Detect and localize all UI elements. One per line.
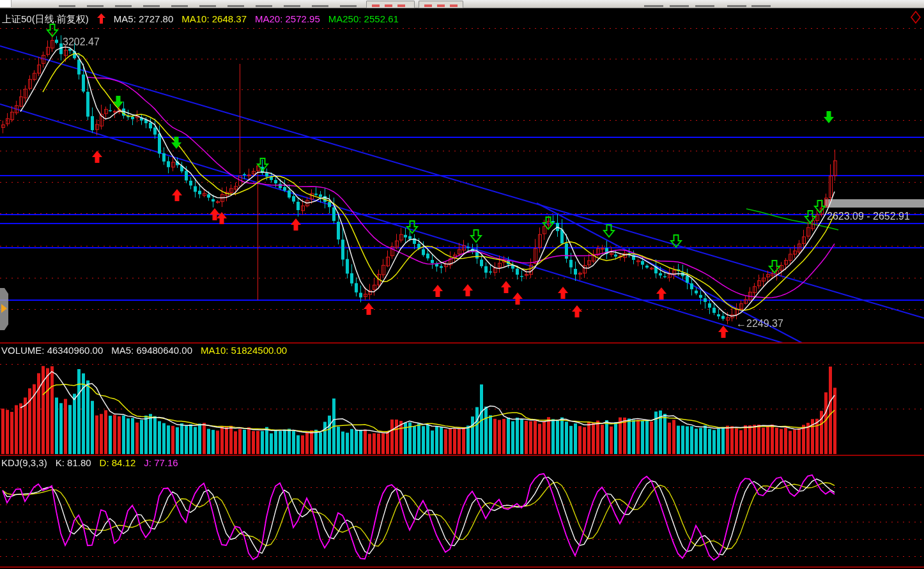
kdj-d-value: D: 84.12 bbox=[100, 457, 136, 468]
kdj-k-value: K: 81.80 bbox=[56, 457, 91, 468]
low-price-label: ←2249.37 bbox=[736, 318, 783, 330]
toolbar-button[interactable] bbox=[419, 1, 463, 8]
toolbar-corner-box bbox=[0, 0, 12, 7]
ma20-value: MA20: 2572.95 bbox=[255, 13, 320, 26]
toolbar-button[interactable] bbox=[366, 1, 415, 8]
kdj-title: KDJ(9,3,3) bbox=[1, 457, 47, 468]
expand-arrow-icon bbox=[1, 304, 7, 313]
top-toolbar bbox=[0, 0, 924, 8]
ma5-value: MA5: 2727.80 bbox=[114, 13, 173, 26]
price-range-label: 2623.09 - 2652.91 bbox=[827, 211, 910, 222]
chart-canvas[interactable] bbox=[0, 0, 924, 569]
volume-ma10-value: MA10: 51824500.00 bbox=[201, 345, 287, 356]
symbol-title: 上证50(日线.前复权) bbox=[2, 13, 89, 26]
charting-app: { "window": {"width":1446,"height":891,"… bbox=[0, 0, 924, 569]
kdj-legend: KDJ(9,3,3) K: 81.80 D: 84.12 J: 77.16 bbox=[1, 457, 178, 468]
kdj-j-value: J: 77.16 bbox=[144, 457, 178, 468]
main-chart-legend: 上证50(日线.前复权) MA5: 2727.80 MA10: 2648.37 … bbox=[2, 13, 399, 26]
ma250-value: MA250: 2552.61 bbox=[328, 13, 399, 26]
volume-value: VOLUME: 46340960.00 bbox=[1, 345, 103, 356]
up-arrow-icon bbox=[97, 13, 105, 26]
ma10-value: MA10: 2648.37 bbox=[181, 13, 247, 26]
volume-legend: VOLUME: 46340960.00 MA5: 69480640.00 MA1… bbox=[1, 345, 287, 356]
volume-ma5-value: MA5: 69480640.00 bbox=[111, 345, 192, 356]
sidebar-expand-handle[interactable] bbox=[0, 288, 8, 330]
peak-price-label: 3202.47 bbox=[63, 36, 100, 48]
diamond-marker-icon bbox=[910, 11, 921, 26]
